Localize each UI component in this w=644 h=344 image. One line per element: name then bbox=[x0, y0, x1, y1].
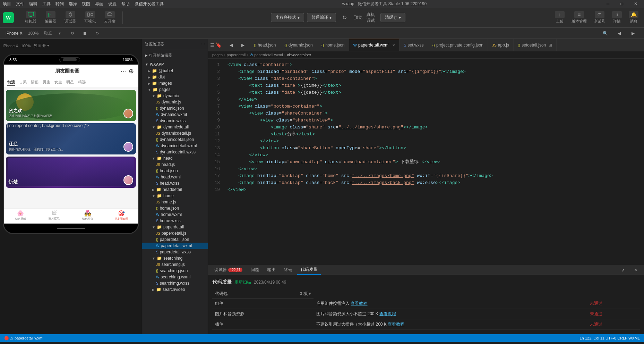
file-home-js[interactable]: JS home.js bbox=[142, 199, 208, 205]
tab-set-wxss[interactable]: S set.wxss bbox=[400, 39, 428, 51]
tab-quality[interactable]: 代码质量 bbox=[297, 265, 321, 275]
tab-app-js[interactable]: JS app.js bbox=[488, 39, 514, 51]
file-searchimg-json[interactable]: {} searchimg.json bbox=[142, 268, 208, 274]
card-3[interactable]: 忻楚 bbox=[6, 157, 136, 188]
menu-tool[interactable]: 工具 bbox=[42, 1, 51, 7]
test-button[interactable]: ⚗ 测试号 bbox=[591, 10, 608, 25]
menu-edit[interactable]: 编辑 bbox=[29, 1, 37, 7]
file-dynamic-wxml[interactable]: W dynamic.wxml bbox=[142, 111, 208, 118]
real-debug-button[interactable]: 真机调试 bbox=[367, 12, 378, 23]
visual-button[interactable]: 可视化 bbox=[81, 10, 98, 25]
file-dynamicdetail-json[interactable]: {} dynamicdetail.json bbox=[142, 136, 208, 143]
folder-pages[interactable]: ▼ 📁 pages bbox=[142, 86, 208, 93]
tab-terminal[interactable]: 终端 bbox=[281, 265, 296, 275]
tab-home-json[interactable]: {} home.json bbox=[317, 39, 349, 51]
tab-dynamic-json[interactable]: {} dynamic.json bbox=[280, 39, 317, 51]
card-1[interactable]: 贺之欢 迟来的阳光救不了枯萎的向日葵 bbox=[6, 90, 136, 121]
folder-dynamic[interactable]: ▼ 📁 dynamic bbox=[142, 93, 208, 99]
simulator-button[interactable]: 模拟器 bbox=[22, 10, 39, 25]
mode-selector[interactable]: 小程序模式 ▾ bbox=[271, 13, 304, 22]
tab-head-json[interactable]: {} head.json bbox=[250, 39, 280, 51]
folder-searchvideo[interactable]: ▶ 📁 searchvideo bbox=[142, 286, 208, 293]
open-editors-header[interactable]: ▶ 打开的编辑器 bbox=[142, 51, 208, 59]
compile-button[interactable]: ↺ bbox=[67, 28, 78, 39]
file-paperdetail-wxml[interactable]: W paperdetail.wxml bbox=[142, 243, 208, 249]
folder-head[interactable]: ▼ 📁 head bbox=[142, 155, 208, 161]
tab-back-button[interactable]: ◀ bbox=[225, 40, 237, 51]
panel-expand-button[interactable]: ∧ bbox=[618, 265, 629, 276]
menu-select[interactable]: 选择 bbox=[69, 1, 77, 7]
nav-couple[interactable]: 💑 情侣头像 bbox=[71, 210, 105, 222]
file-dynamic-js[interactable]: JS dynamic.js bbox=[142, 99, 208, 105]
tab-debugger[interactable]: 调试器 122,11 bbox=[211, 265, 246, 275]
menu-wechat[interactable]: 微信开发者工具 bbox=[135, 1, 164, 7]
file-home-wxml[interactable]: W home.wxml bbox=[142, 211, 208, 218]
nav-dynamic[interactable]: 🌸 动态壁纸 bbox=[4, 210, 37, 222]
file-searchimg-js[interactable]: JS searchimg.js bbox=[142, 261, 208, 268]
rotate-button[interactable]: ⟳ bbox=[92, 28, 103, 39]
breadcrumb-file[interactable]: Wpaperdetail.wxml bbox=[250, 53, 283, 57]
folder-babel[interactable]: ▶ 📁 @babel bbox=[142, 68, 208, 74]
menu-file[interactable]: 文件 bbox=[16, 1, 24, 7]
tab-paperdetail-wxml[interactable]: W paperdetail.wxml × bbox=[349, 39, 400, 51]
detail-button[interactable]: ℹ 详情 bbox=[609, 10, 625, 25]
breadcrumb-pages[interactable]: pages bbox=[212, 53, 223, 57]
folder-dist[interactable]: ▶ 📁 dist bbox=[142, 74, 208, 80]
breadcrumb-paperdetail[interactable]: paperdetail bbox=[227, 53, 246, 57]
editor-button[interactable]: {} 编辑器 bbox=[42, 10, 59, 25]
rescan-button[interactable]: 重新扫描 bbox=[234, 279, 251, 285]
tab-qinglv[interactable]: 情侣 bbox=[31, 79, 38, 86]
file-dynamicdetail-js[interactable]: JS dynamicdetail.js bbox=[142, 130, 208, 136]
message-button[interactable]: 🔔 消息 bbox=[626, 10, 641, 25]
folder-searchimg[interactable]: ▼ 📁 searchimg bbox=[142, 255, 208, 261]
refresh-button[interactable]: ↻ bbox=[339, 12, 350, 23]
card-2[interactable]: ') no-repeat center; background-size:cov… bbox=[6, 123, 136, 154]
tab-project-config[interactable]: {} project.private.config.json bbox=[428, 39, 488, 51]
window-min-button[interactable]: ─ bbox=[602, 0, 613, 9]
tab-problems[interactable]: 问题 bbox=[247, 265, 263, 275]
editor-sidebar-toggle[interactable]: ☰ 🔖 bbox=[208, 39, 224, 51]
window-close-button[interactable]: ✕ bbox=[630, 0, 641, 9]
tab-gufeng[interactable]: 古风 bbox=[19, 79, 27, 86]
file-paperdetail-js[interactable]: JS paperdetail.js bbox=[142, 230, 208, 236]
code-content[interactable]: <view class="container"> <image bindload… bbox=[222, 59, 644, 265]
explorer-more-icon[interactable]: ⋯ bbox=[201, 42, 205, 47]
panel-close-button[interactable]: ✕ bbox=[630, 265, 641, 276]
menu-goto[interactable]: 转到 bbox=[55, 1, 64, 7]
compile-selector[interactable]: 普通编译 ▾ bbox=[307, 13, 336, 22]
file-searchimg-wxml[interactable]: W searchimg.wxml bbox=[142, 274, 208, 280]
folder-paperdetail[interactable]: ▼ 📁 paperdetail bbox=[142, 224, 208, 230]
window-max-button[interactable]: □ bbox=[616, 0, 627, 9]
folder-headdetail[interactable]: ▶ 📁 headdetail bbox=[142, 186, 208, 193]
tab-setdetail-json[interactable]: {} setdetail.json ⊞ bbox=[514, 39, 557, 51]
file-head-wxml[interactable]: W head.wxml bbox=[142, 174, 208, 180]
tab-fwd-button[interactable]: ▶ bbox=[237, 40, 248, 51]
folder-dynamicdetail[interactable]: ▼ 📁 dynamicdetail bbox=[142, 124, 208, 130]
nav-fwd-icon-btn[interactable]: ▶ bbox=[627, 28, 638, 39]
file-head-wxss[interactable]: S head.wxss bbox=[142, 180, 208, 186]
upload-button[interactable]: ↑ 上传 bbox=[552, 10, 567, 25]
clean-selector[interactable]: 清缓存 ▾ bbox=[380, 13, 405, 22]
cloud-button[interactable]: 云开发 bbox=[101, 10, 118, 25]
file-head-js[interactable]: JS head.js bbox=[142, 161, 208, 168]
file-dynamic-json[interactable]: {} dynamic.json bbox=[142, 105, 208, 111]
nav-photo[interactable]: 🖼 图片壁纸 bbox=[37, 210, 71, 222]
stop-button[interactable]: ⏹ bbox=[79, 28, 91, 39]
debug-button[interactable]: 调试器 bbox=[62, 10, 79, 25]
component-tutorial-link[interactable]: 查看教程 bbox=[351, 301, 367, 306]
search-icon-btn[interactable]: 🔍 bbox=[600, 28, 611, 39]
file-paperdetail-json[interactable]: {} paperdetail.json bbox=[142, 236, 208, 243]
menu-settings[interactable]: 设置 bbox=[108, 1, 117, 7]
tab-nvsheng[interactable]: 女生 bbox=[54, 79, 62, 86]
code-editor[interactable]: 12345 678910 1112131415 16171819 <view c… bbox=[208, 59, 644, 265]
folder-images[interactable]: ▶ 📁 images bbox=[142, 80, 208, 86]
tab-nansheng[interactable]: 男生 bbox=[43, 79, 50, 86]
file-home-json[interactable]: {} home.json bbox=[142, 205, 208, 211]
media-tutorial-link[interactable]: 查看教程 bbox=[379, 311, 396, 316]
file-dynamicdetail-wxss[interactable]: S dynamicdetail.wxss bbox=[142, 149, 208, 155]
file-dynamic-wxss[interactable]: S dynamic.wxss bbox=[142, 118, 208, 124]
nav-back-icon-btn[interactable]: ◀ bbox=[613, 28, 625, 39]
file-searchimg-wxss[interactable]: S searchimg.wxss bbox=[142, 280, 208, 286]
menu-view[interactable]: 视图 bbox=[82, 1, 90, 7]
nav-circle[interactable]: 🎯 朋友圈套圈 bbox=[104, 210, 138, 222]
